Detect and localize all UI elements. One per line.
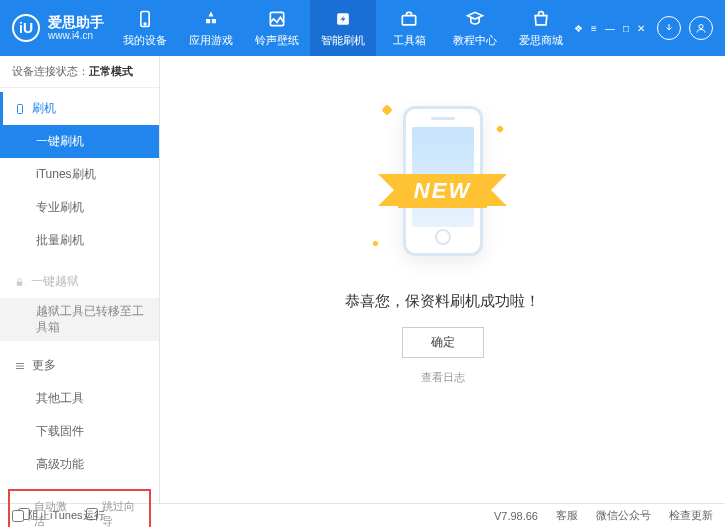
menu-icon[interactable]: ≡ (591, 23, 597, 34)
app-name: 爱思助手 (48, 15, 104, 30)
sidebar-item-download-firmware[interactable]: 下载固件 (0, 415, 159, 448)
success-illustration: NEW (343, 86, 543, 276)
apps-icon (201, 9, 221, 29)
success-message: 恭喜您，保资料刷机成功啦！ (345, 292, 540, 311)
sidebar-item-itunes-flash[interactable]: iTunes刷机 (0, 158, 159, 191)
connection-status: 设备连接状态：正常模式 (0, 56, 159, 88)
nav-tabs: 我的设备 应用游戏 铃声壁纸 智能刷机 工具箱 教程中心 爱思商城 (112, 0, 574, 56)
footer-link-update[interactable]: 检查更新 (669, 508, 713, 523)
user-icon[interactable] (689, 16, 713, 40)
sidebar-item-advanced[interactable]: 高级功能 (0, 448, 159, 481)
header-right: ❖ ≡ — □ ✕ (574, 16, 713, 40)
close-icon[interactable]: ✕ (637, 23, 645, 34)
tab-smart-flash[interactable]: 智能刷机 (310, 0, 376, 56)
version-label: V7.98.66 (494, 510, 538, 522)
wallpaper-icon (267, 9, 287, 29)
toolbox-icon (399, 9, 419, 29)
lock-icon (14, 276, 25, 288)
store-icon (531, 9, 551, 29)
ok-button[interactable]: 确定 (402, 327, 484, 358)
tutorial-icon (465, 9, 485, 29)
app-site: www.i4.cn (48, 30, 104, 41)
main-content: NEW 恭喜您，保资料刷机成功啦！ 确定 查看日志 (160, 56, 725, 503)
view-log-link[interactable]: 查看日志 (421, 370, 465, 385)
flash-icon (333, 9, 353, 29)
download-icon[interactable] (657, 16, 681, 40)
sidebar-item-oneclick-flash[interactable]: 一键刷机 (0, 125, 159, 158)
checkbox-block-itunes[interactable]: 阻止iTunes运行 (12, 508, 105, 523)
svg-rect-4 (402, 15, 415, 24)
new-ribbon: NEW (398, 174, 487, 208)
footer-link-support[interactable]: 客服 (556, 508, 578, 523)
sidebar-item-jailbreak-note: 越狱工具已转移至工具箱 (0, 298, 159, 341)
tab-apps-games[interactable]: 应用游戏 (178, 0, 244, 56)
svg-rect-6 (18, 104, 23, 113)
sidebar-section-more[interactable]: 更多 (0, 349, 159, 382)
logo-icon: iU (12, 14, 40, 42)
svg-point-5 (699, 25, 703, 29)
phone-flash-icon (14, 102, 26, 116)
sidebar-item-other-tools[interactable]: 其他工具 (0, 382, 159, 415)
sidebar-item-batch-flash[interactable]: 批量刷机 (0, 224, 159, 257)
sidebar-item-pro-flash[interactable]: 专业刷机 (0, 191, 159, 224)
list-icon (14, 360, 26, 372)
app-header: iU 爱思助手 www.i4.cn 我的设备 应用游戏 铃声壁纸 智能刷机 工具… (0, 0, 725, 56)
maximize-icon[interactable]: □ (623, 23, 629, 34)
tab-my-device[interactable]: 我的设备 (112, 0, 178, 56)
logo-area: iU 爱思助手 www.i4.cn (12, 14, 112, 42)
tab-store[interactable]: 爱思商城 (508, 0, 574, 56)
tab-toolbox[interactable]: 工具箱 (376, 0, 442, 56)
sidebar-section-flash[interactable]: 刷机 (0, 92, 159, 125)
footer-link-wechat[interactable]: 微信公众号 (596, 508, 651, 523)
sidebar-section-jailbreak: 一键越狱 (0, 265, 159, 298)
svg-point-1 (144, 23, 146, 25)
minimize-icon[interactable]: — (605, 23, 615, 34)
svg-rect-7 (17, 281, 23, 285)
phone-icon (135, 9, 155, 29)
sidebar: 设备连接状态：正常模式 刷机 一键刷机 iTunes刷机 专业刷机 批量刷机 一… (0, 56, 160, 503)
tab-ringtones[interactable]: 铃声壁纸 (244, 0, 310, 56)
settings-icon[interactable]: ❖ (574, 23, 583, 34)
window-controls: ❖ ≡ — □ ✕ (574, 23, 645, 34)
tab-tutorials[interactable]: 教程中心 (442, 0, 508, 56)
